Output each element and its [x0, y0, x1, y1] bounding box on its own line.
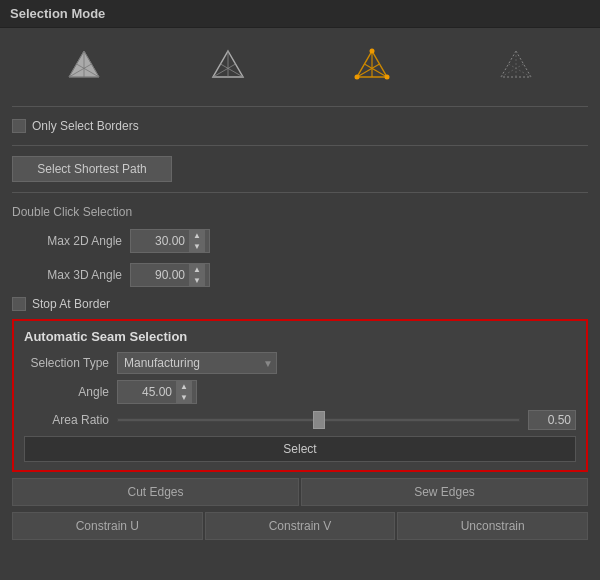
selection-type-wrapper: Manufacturing Angle Sharp Edges UV Bound…: [117, 352, 277, 374]
only-select-borders-checkbox[interactable]: [12, 119, 26, 133]
max-3d-spin: ▲ ▼: [189, 264, 205, 286]
selection-type-row: Selection Type Manufacturing Angle Sharp…: [24, 352, 576, 374]
stop-at-border-checkbox[interactable]: [12, 297, 26, 311]
bottom-row-1: Cut Edges Sew Edges: [12, 478, 588, 506]
max-3d-input-wrapper: 90.00 ▲ ▼: [130, 263, 210, 287]
max-2d-down-button[interactable]: ▼: [189, 241, 205, 252]
solid-mesh-mode-button[interactable]: [59, 44, 109, 88]
max-3d-label: Max 3D Angle: [32, 268, 122, 282]
angle-row: Angle 45.00 ▲ ▼: [24, 380, 576, 404]
svg-point-16: [385, 75, 390, 80]
max-3d-down-button[interactable]: ▼: [189, 275, 205, 286]
selection-type-dropdown[interactable]: Manufacturing Angle Sharp Edges UV Bound…: [117, 352, 277, 374]
area-ratio-value-input[interactable]: 0.50: [528, 410, 576, 430]
unconstrain-button[interactable]: Unconstrain: [397, 512, 588, 540]
divider-2: [12, 145, 588, 146]
panel-content: Only Select Borders Select Shortest Path…: [0, 28, 600, 580]
selection-mode-panel: Selection Mode: [0, 0, 600, 580]
max-2d-spin: ▲ ▼: [189, 230, 205, 252]
area-ratio-label: Area Ratio: [24, 413, 109, 427]
max-3d-input[interactable]: 90.00: [131, 266, 189, 284]
highlighted-mesh-mode-button[interactable]: [347, 44, 397, 88]
dots-mesh-mode-button[interactable]: [491, 44, 541, 88]
wire-mesh-mode-button[interactable]: [203, 44, 253, 88]
select-shortest-path-button[interactable]: Select Shortest Path: [12, 156, 172, 182]
mode-icons-row: [12, 36, 588, 96]
only-select-borders-row: Only Select Borders: [12, 117, 588, 135]
angle-down-button[interactable]: ▼: [176, 392, 192, 403]
angle-input[interactable]: 45.00: [118, 383, 176, 401]
stop-at-border-row: Stop At Border: [12, 295, 588, 313]
divider-1: [12, 106, 588, 107]
max-2d-input[interactable]: 30.00: [131, 232, 189, 250]
divider-3: [12, 192, 588, 193]
only-select-borders-label: Only Select Borders: [32, 119, 139, 133]
area-ratio-slider-container: [117, 418, 520, 422]
cut-edges-button[interactable]: Cut Edges: [12, 478, 299, 506]
panel-title: Selection Mode: [0, 0, 600, 28]
double-click-section-label: Double Click Selection: [12, 203, 588, 221]
auto-seam-title: Automatic Seam Selection: [24, 329, 576, 346]
select-button[interactable]: Select: [24, 436, 576, 462]
angle-up-button[interactable]: ▲: [176, 381, 192, 392]
bottom-row-2: Constrain U Constrain V Unconstrain: [12, 512, 588, 540]
area-ratio-row: Area Ratio 0.50: [24, 410, 576, 430]
max-3d-angle-row: Max 3D Angle 90.00 ▲ ▼: [12, 261, 588, 289]
auto-seam-section: Automatic Seam Selection Selection Type …: [12, 319, 588, 472]
angle-input-wrapper: 45.00 ▲ ▼: [117, 380, 197, 404]
svg-point-17: [355, 75, 360, 80]
max-2d-up-button[interactable]: ▲: [189, 230, 205, 241]
angle-spin: ▲ ▼: [176, 381, 192, 403]
max-2d-input-wrapper: 30.00 ▲ ▼: [130, 229, 210, 253]
svg-point-15: [370, 49, 375, 54]
selection-type-label: Selection Type: [24, 356, 109, 370]
constrain-u-button[interactable]: Constrain U: [12, 512, 203, 540]
sew-edges-button[interactable]: Sew Edges: [301, 478, 588, 506]
area-ratio-slider[interactable]: [117, 418, 520, 422]
shortest-path-row: Select Shortest Path: [12, 156, 588, 182]
constrain-v-button[interactable]: Constrain V: [205, 512, 396, 540]
stop-at-border-label: Stop At Border: [32, 297, 110, 311]
max-2d-angle-row: Max 2D Angle 30.00 ▲ ▼: [12, 227, 588, 255]
angle-label: Angle: [24, 385, 109, 399]
max-3d-up-button[interactable]: ▲: [189, 264, 205, 275]
max-2d-label: Max 2D Angle: [32, 234, 122, 248]
